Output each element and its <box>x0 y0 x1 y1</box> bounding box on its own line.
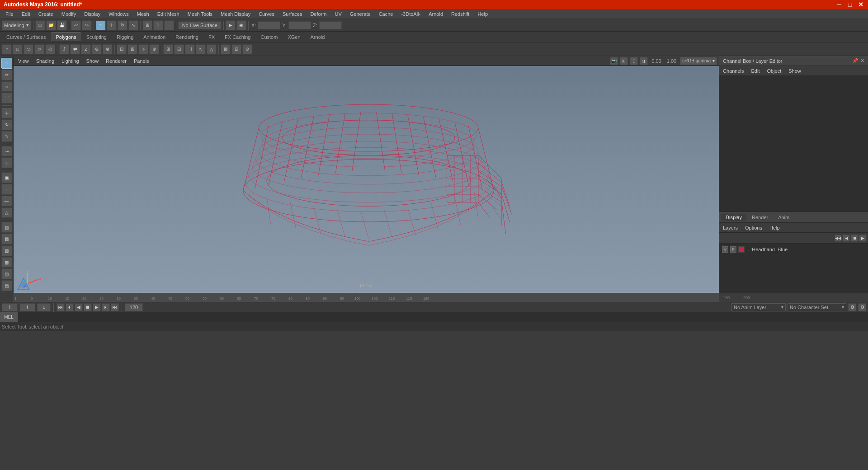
select-mode-btn[interactable]: ↖ <box>1 58 12 69</box>
poly-cylinder-btn[interactable]: ⬭ <box>24 44 33 54</box>
frame-tick-input[interactable]: 1 <box>37 303 51 311</box>
new-file-btn[interactable]: □ <box>35 20 45 30</box>
cb-menu-show[interactable]: Show <box>787 68 803 74</box>
bridge-btn[interactable]: ⇌ <box>70 44 80 54</box>
uv-layout-btn[interactable]: ⊠ <box>221 44 231 54</box>
poly-sphere-btn[interactable]: ○ <box>2 44 12 54</box>
fill-hole-btn[interactable]: ⊛ <box>149 44 159 54</box>
open-file-btn[interactable]: 📁 <box>46 20 56 30</box>
vp-shaded-btn[interactable]: ◑ <box>640 57 648 65</box>
channel-box-pin-icon[interactable]: 📌 <box>852 58 859 64</box>
poly-plane-btn[interactable]: ▱ <box>34 44 44 54</box>
cb-menu-object[interactable]: Object <box>765 68 783 74</box>
frame-end-input[interactable] <box>125 303 143 311</box>
play-fwd-step-btn[interactable]: ⏵ <box>102 303 110 311</box>
tab-polygons[interactable]: Polygons <box>51 33 80 41</box>
layer-tab-anim[interactable]: Anim <box>774 214 794 221</box>
character-set-selector[interactable]: No Character Set ▾ <box>788 303 846 311</box>
stop-btn[interactable]: ⏹ <box>84 303 92 311</box>
tab-xgen[interactable]: XGen <box>283 33 305 41</box>
menu-display[interactable]: Display <box>80 10 104 18</box>
vp-menu-lighting[interactable]: Lighting <box>59 58 82 64</box>
cb-menu-channels[interactable]: Channels <box>721 68 745 74</box>
component-mode-btn[interactable]: ▣ <box>1 172 12 183</box>
scale-btn[interactable]: ⤡ <box>1 131 12 142</box>
menu-generate[interactable]: Generate <box>346 10 374 18</box>
menu-file[interactable]: File <box>2 10 17 18</box>
select-tool-btn[interactable]: ↖ <box>96 20 106 30</box>
play-start-btn[interactable]: ⏮ <box>57 303 65 311</box>
reduce-btn[interactable]: △ <box>207 44 217 54</box>
tab-custom[interactable]: Custom <box>256 33 283 41</box>
layer-playback-btn[interactable]: P <box>730 246 736 253</box>
menu-uv[interactable]: UV <box>331 10 345 18</box>
poly-cube-btn[interactable]: □ <box>13 44 23 54</box>
menu-windows[interactable]: Windows <box>105 10 132 18</box>
layer-next-btn[interactable]: ▶ <box>859 235 866 242</box>
merge-btn[interactable]: ⊕ <box>92 44 102 54</box>
z-value[interactable] <box>319 21 342 29</box>
redo-btn[interactable]: ↪ <box>82 20 92 30</box>
quick-layout6-btn[interactable]: ▤ <box>1 280 12 291</box>
window-controls[interactable]: ─ □ ✕ <box>835 1 864 8</box>
menu-mesh-display[interactable]: Mesh Display <box>217 10 254 18</box>
menu-edit[interactable]: Edit <box>18 10 34 18</box>
quick-layout3-btn[interactable]: ▧ <box>1 245 12 256</box>
split-poly-btn[interactable]: ⊗ <box>103 44 113 54</box>
tab-rigging[interactable]: Rigging <box>112 33 138 41</box>
layer-back-btn[interactable]: ◀ <box>843 235 850 242</box>
layer-color-swatch[interactable] <box>738 246 745 253</box>
menu-modify[interactable]: Modify <box>58 10 80 18</box>
channel-box-collapse-icon[interactable]: ✕ <box>860 58 864 64</box>
vp-menu-view[interactable]: View <box>15 58 32 64</box>
paint-select-btn[interactable]: ✏ <box>1 70 12 80</box>
tab-fx[interactable]: FX <box>204 33 219 41</box>
snap-curve-btn[interactable]: ⌇ <box>153 20 163 30</box>
play-end-btn[interactable]: ⏭ <box>111 303 119 311</box>
tab-rendering[interactable]: Rendering <box>171 33 203 41</box>
mel-input[interactable] <box>18 312 868 322</box>
menu-help[interactable]: Help <box>474 10 491 18</box>
snap-point-btn[interactable]: · <box>164 20 174 30</box>
scale-tool-btn[interactable]: ⤡ <box>128 20 138 30</box>
tab-curves-surfaces[interactable]: Curves / Surfaces <box>2 33 50 41</box>
snap-grid-btn[interactable]: ⊞ <box>142 20 152 30</box>
rotate-tool-btn[interactable]: ↻ <box>118 20 127 30</box>
vertex-mode-btn[interactable]: · <box>1 184 12 195</box>
quick-layout5-btn[interactable]: ▨ <box>1 268 12 279</box>
lasso-btn[interactable]: ○ <box>1 81 12 92</box>
anim-extra-btn[interactable]: ⚙ <box>858 303 866 311</box>
edge-mode-btn[interactable]: — <box>1 196 12 207</box>
vp-camera-btn[interactable]: 📷 <box>610 57 618 65</box>
rotate-btn[interactable]: ↻ <box>1 119 12 130</box>
show-manipulator-btn[interactable]: ⊹ <box>1 157 12 168</box>
smooth-btn[interactable]: ∿ <box>196 44 206 54</box>
offset-btn[interactable]: ⟐ <box>138 44 148 54</box>
separate-btn[interactable]: ⊟ <box>174 44 184 54</box>
layer-tab-display[interactable]: Display <box>721 214 746 221</box>
face-mode-btn[interactable]: △ <box>1 207 12 218</box>
uv-planar-btn[interactable]: ⊡ <box>231 44 241 54</box>
layer-menu-help[interactable]: Help <box>768 225 782 231</box>
menu-redshift[interactable]: Redshift <box>448 10 473 18</box>
play-fwd-btn[interactable]: ▶ <box>93 303 101 311</box>
menu-arnold[interactable]: Arnold <box>425 10 447 18</box>
quick-layout1-btn[interactable]: ▥ <box>1 222 12 233</box>
maximize-btn[interactable]: □ <box>846 1 854 8</box>
tab-fx-caching[interactable]: FX Caching <box>220 33 255 41</box>
menu-deform[interactable]: Deform <box>307 10 330 18</box>
close-btn[interactable]: ✕ <box>857 1 864 8</box>
mirror-btn[interactable]: ⊣ <box>185 44 195 54</box>
menu-cache[interactable]: Cache <box>375 10 397 18</box>
tab-sculpting[interactable]: Sculpting <box>82 33 111 41</box>
vp-menu-show[interactable]: Show <box>84 58 102 64</box>
menu-create[interactable]: Create <box>35 10 57 18</box>
menu-curves[interactable]: Curves <box>255 10 278 18</box>
layer-stop-btn[interactable]: ⏹ <box>851 235 858 242</box>
move-btn[interactable]: ✛ <box>1 108 12 118</box>
vp-grid-btn[interactable]: ⊞ <box>620 57 628 65</box>
poly-torus-btn[interactable]: ◎ <box>45 44 55 54</box>
vp-menu-panels[interactable]: Panels <box>131 58 152 64</box>
viewport-canvas[interactable]: .grid-line { stroke: #7799bb; stroke-wid… <box>14 66 719 293</box>
menu-surfaces[interactable]: Surfaces <box>279 10 306 18</box>
